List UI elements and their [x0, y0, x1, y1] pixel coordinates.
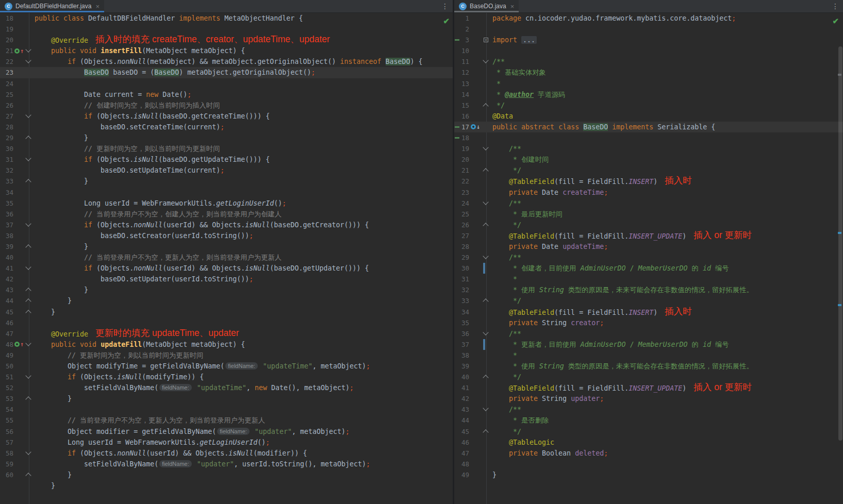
code-line[interactable]: 47 @Override更新时的填充 updateTime、updater	[0, 328, 453, 339]
fold-marker-icon[interactable]	[483, 58, 488, 63]
line-number[interactable]: 16	[454, 111, 469, 122]
code-text[interactable]: * 创建时间	[492, 154, 549, 165]
code-line[interactable]: 31 *	[454, 274, 843, 284]
code-line[interactable]: 37 * 更新者，目前使用 AdminUserDO / MemberUserDO…	[454, 339, 843, 350]
code-editor-right[interactable]: 1package cn.iocoder.yudao.framework.myba…	[454, 13, 843, 504]
line-number[interactable]: 22	[454, 176, 469, 187]
code-line[interactable]: 10	[454, 45, 843, 56]
code-text[interactable]: }	[35, 480, 55, 491]
line-number[interactable]: 19	[0, 24, 13, 35]
code-text[interactable]: */	[492, 165, 521, 176]
line-number[interactable]: 34	[454, 307, 469, 317]
code-line[interactable]: 48	[454, 459, 843, 469]
line-number[interactable]: 15	[454, 100, 469, 111]
code-text[interactable]: @Data	[492, 111, 513, 122]
inspections-check-icon[interactable]: ✔	[443, 17, 450, 25]
line-number[interactable]: 21	[0, 45, 13, 56]
code-text[interactable]: @TableField(fill = FieldFill.INSERT)插入时	[492, 307, 692, 318]
code-line[interactable]: 3+import ...	[454, 35, 843, 45]
code-line[interactable]: 28 baseDO.setCreateTime(current);	[0, 122, 453, 132]
fold-marker-icon[interactable]	[25, 288, 31, 294]
code-line[interactable]: 22 if (Objects.nonNull(metaObject) && me…	[0, 56, 453, 67]
line-number[interactable]: 23	[0, 67, 13, 78]
code-text[interactable]: * 创建者，目前使用 AdminUserDO / MemberUserDO 的 …	[492, 263, 729, 274]
code-line[interactable]: 19 /**	[454, 143, 843, 154]
tab-defaultdbfieldhandler[interactable]: C DefaultDBFieldHandler.java ×	[0, 0, 104, 12]
code-line[interactable]: 21↑ public void insertFill(MetaObject me…	[0, 45, 453, 56]
code-text[interactable]: if (Objects.nonNull(userId) && Objects.i…	[35, 448, 307, 459]
code-line[interactable]: 25 Date current = new Date();	[0, 89, 453, 100]
line-number[interactable]: 30	[0, 143, 13, 154]
code-text[interactable]: @TableLogic	[492, 437, 554, 448]
code-line[interactable]: 35 private String creator;	[454, 317, 843, 328]
code-line[interactable]: }	[0, 480, 453, 491]
code-text[interactable]: // 当前登录用户不为空，更新人为空，则当前登录用户为更新人	[35, 252, 282, 263]
code-line[interactable]: 28 private Date updateTime;	[454, 241, 843, 252]
code-line[interactable]: 44 }	[0, 295, 453, 306]
code-line[interactable]: 54	[0, 404, 453, 415]
code-text[interactable]: Long userId = WebFrameworkUtils.getLogin…	[35, 437, 270, 448]
code-line[interactable]: 24 /**	[454, 198, 843, 209]
code-line[interactable]: 32 baseDO.setUpdateTime(current);	[0, 165, 453, 176]
code-text[interactable]: *	[492, 350, 517, 361]
line-number[interactable]: 49	[0, 350, 13, 361]
code-line[interactable]: 37 if (Objects.nonNull(userId) && Object…	[0, 220, 453, 230]
code-line[interactable]: 46 @TableLogic	[454, 437, 843, 448]
code-line[interactable]: 27 if (Objects.isNull(baseDO.getCreateTi…	[0, 111, 453, 122]
line-number[interactable]: 18	[0, 13, 13, 24]
code-line[interactable]: 20 * 创建时间	[454, 154, 843, 165]
code-line[interactable]: 36 // 当前登录用户不为空，创建人为空，则当前登录用户为创建人	[0, 209, 453, 220]
line-number[interactable]: 45	[454, 426, 469, 437]
code-line[interactable]: 55 // 当前登录用户不为空，更新人为空，则当前登录用户为更新人	[0, 415, 453, 426]
line-number[interactable]: 46	[0, 317, 13, 328]
fold-marker-icon[interactable]	[25, 299, 31, 305]
fold-marker-icon[interactable]	[25, 397, 31, 402]
fold-marker-icon[interactable]	[483, 329, 488, 335]
code-line[interactable]: 39 }	[0, 241, 453, 252]
code-text[interactable]: public void updateFill(MetaObject metaOb…	[35, 339, 245, 350]
code-line[interactable]: 45 }	[0, 307, 453, 317]
code-text[interactable]: */	[492, 100, 505, 111]
code-text[interactable]: package cn.iocoder.yudao.framework.mybat…	[492, 13, 736, 24]
code-line[interactable]: 41 @TableField(fill = FieldFill.INSERT_U…	[454, 382, 843, 393]
code-line[interactable]: 32 * 使用 String 类型的原因是，未来可能会存在非数值的情况，留好拓展…	[454, 284, 843, 295]
fold-marker-icon[interactable]	[25, 112, 31, 117]
line-number[interactable]: 53	[0, 393, 13, 404]
fold-marker-icon[interactable]	[25, 156, 31, 161]
line-number[interactable]: 38	[0, 230, 13, 241]
code-line[interactable]: 12 * 基础实体对象	[454, 67, 843, 78]
code-line[interactable]: 25 * 最后更新时间	[454, 209, 843, 220]
line-number[interactable]: 57	[0, 437, 13, 448]
fold-marker-icon[interactable]	[25, 221, 31, 226]
error-stripe-mark[interactable]	[838, 74, 841, 76]
code-text[interactable]: public void insertFill(MetaObject metaOb…	[35, 45, 245, 56]
line-number[interactable]: 27	[0, 111, 13, 122]
line-number[interactable]: 40	[0, 252, 13, 263]
implemented-class-gutter-icon[interactable]: ↓	[471, 123, 483, 131]
line-number[interactable]: 24	[0, 78, 13, 89]
fold-marker-icon[interactable]	[483, 429, 488, 435]
fold-marker-icon[interactable]	[25, 373, 31, 378]
close-icon[interactable]: ×	[95, 3, 100, 10]
code-text[interactable]: private String updater;	[492, 393, 604, 404]
fold-marker-icon[interactable]	[25, 58, 31, 63]
line-number[interactable]: 20	[454, 154, 469, 165]
code-text[interactable]: */	[492, 426, 521, 437]
line-number[interactable]: 37	[454, 339, 469, 350]
line-number[interactable]: 44	[0, 295, 13, 306]
line-number[interactable]: 36	[454, 328, 469, 339]
close-icon[interactable]: ×	[510, 3, 515, 10]
code-line[interactable]: 23 BaseDO baseDO = (BaseDO) metaObject.g…	[0, 67, 453, 78]
line-number[interactable]: 51	[0, 372, 13, 382]
code-line[interactable]: 13 *	[454, 78, 843, 89]
code-text[interactable]: }	[492, 469, 497, 480]
code-text[interactable]: baseDO.setUpdater(userId.toString());	[35, 274, 253, 284]
line-number[interactable]: 25	[454, 209, 469, 220]
code-line[interactable]: 42 baseDO.setUpdater(userId.toString());	[0, 274, 453, 284]
code-line[interactable]: 51 if (Objects.isNull(modifyTime)) {	[0, 372, 453, 382]
code-text[interactable]: }	[35, 132, 88, 143]
code-text[interactable]: /**	[492, 56, 505, 67]
code-text[interactable]: private Date updateTime;	[492, 241, 608, 252]
line-number[interactable]: 35	[454, 317, 469, 328]
tab-options-menu-icon[interactable]: ⋮	[828, 3, 843, 10]
